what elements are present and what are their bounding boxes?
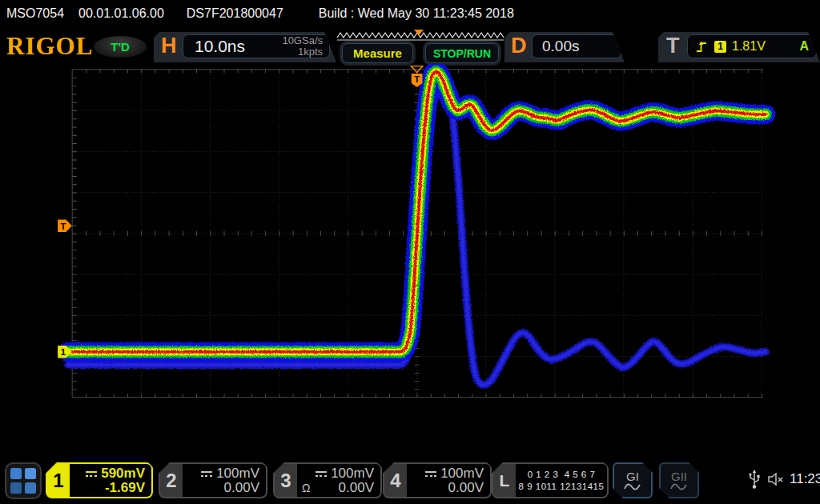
trigger-status-label: T'D [111, 40, 130, 54]
trigger-mode: A [799, 39, 809, 54]
system-info-bar: MSO7054 00.01.01.06.00 DS7F201800047 Bui… [0, 0, 820, 26]
trigger-box[interactable]: 1 1.81V A [687, 34, 817, 58]
menu-grid-icon [10, 468, 22, 479]
serial-number: DS7F201800047 [187, 6, 283, 21]
memory-depth: 1kpts [298, 46, 323, 58]
channel4-offset: 0.00V [448, 481, 484, 495]
trigger-level-marker-label: T [61, 222, 66, 231]
rising-edge-icon [696, 40, 708, 53]
trigger-settings[interactable]: T 1 1.81V A [658, 32, 820, 62]
logic-channels-box[interactable]: L 0 1 2 3 4 5 6 7 8 9 1011 12131415 [492, 462, 609, 498]
clock: 11:23 [790, 471, 820, 487]
timebase-box[interactable]: 10.0ns 10GSa/s 1kpts [183, 34, 330, 58]
measure-button[interactable]: Measure [342, 43, 413, 63]
menu-button[interactable] [5, 462, 42, 499]
trigger-level-marker[interactable]: T [58, 220, 72, 232]
channel1-number: 1 [47, 464, 70, 497]
channel3-offset: 0.00V [339, 481, 374, 495]
channel1-offset: -1.69V [105, 481, 145, 495]
model-name: MSO7054 [6, 6, 64, 21]
channel1-scale: 590mV [101, 466, 145, 481]
delay-box[interactable]: 0.00s [532, 34, 621, 58]
delay-settings[interactable]: D 0.00s [504, 32, 625, 62]
delay-value: 0.00s [542, 38, 579, 55]
channel3-number: 3 [275, 464, 297, 497]
waveform-display[interactable]: T T 1 [0, 64, 820, 460]
channel1-box[interactable]: 1 590mV -1.69V [46, 462, 153, 498]
delay-label: D [511, 34, 527, 58]
dc-coupling-icon [425, 471, 436, 477]
overview-waveform-zigzag [337, 33, 504, 38]
channel4-scale: 100mV [440, 466, 484, 481]
channel1-zero-marker-label: 1 [61, 347, 66, 357]
generator1-button[interactable]: GI [613, 462, 653, 498]
trigger-position-marker-label: T [414, 74, 420, 84]
rigol-logo: RIGOL [6, 32, 93, 61]
channel2-offset: 0.00V [224, 481, 259, 495]
firmware-version: 00.01.01.06.00 [78, 6, 164, 21]
trigger-label: T [666, 34, 680, 58]
stop-run-button-label: STOP/RUN [433, 47, 491, 60]
dc-coupling-icon [86, 471, 97, 477]
dc-coupling-icon [201, 471, 212, 477]
trigger-source-badge: 1 [714, 41, 726, 53]
generator1-label: GI [626, 470, 639, 482]
channel2-scale: 100mV [216, 466, 259, 481]
channel2-number: 2 [160, 464, 183, 497]
horizontal-settings[interactable]: H 10.0ns 10GSa/s 1kpts [154, 32, 336, 62]
logic-row-8-15: 8 9 1011 12131415 [519, 481, 605, 493]
horizontal-position-strip[interactable] [335, 29, 506, 42]
sine-wave-icon [669, 482, 689, 491]
sample-rate: 10GSa/s [282, 34, 323, 46]
logic-label: L [493, 464, 516, 497]
usb-icon [748, 469, 761, 490]
channel4-box[interactable]: 4 100mV 0.00V [383, 462, 492, 498]
trigger-level-value: 1.81V [732, 39, 766, 54]
channel4-number: 4 [384, 464, 407, 497]
measure-button-label: Measure [353, 46, 402, 60]
generator2-label: GII [671, 470, 687, 482]
acquisition-info: 10GSa/s 1kpts [282, 35, 323, 58]
generator2-button[interactable]: GII [659, 462, 699, 498]
stop-run-button[interactable]: STOP/RUN [425, 43, 499, 63]
channel2-box[interactable]: 2 100mV 0.00V [159, 462, 267, 498]
horizontal-label: H [161, 34, 177, 58]
trigger-status-badge: T'D [94, 36, 147, 58]
build-date: Build : Wed May 30 11:23:45 2018 [319, 6, 514, 21]
dc-coupling-icon [316, 471, 327, 477]
channel3-box[interactable]: 3 100mV Ω 0.00V [273, 462, 382, 498]
timebase-value: 10.0ns [195, 37, 245, 56]
trace-channel1-persistence [68, 72, 766, 352]
speaker-muted-icon[interactable] [767, 471, 786, 487]
channel3-scale: 100mV [331, 466, 374, 481]
sine-wave-icon [623, 482, 642, 491]
channel3-impedance: Ω [300, 481, 310, 495]
logic-row-0-7: 0 1 2 3 4 5 6 7 [528, 469, 596, 481]
